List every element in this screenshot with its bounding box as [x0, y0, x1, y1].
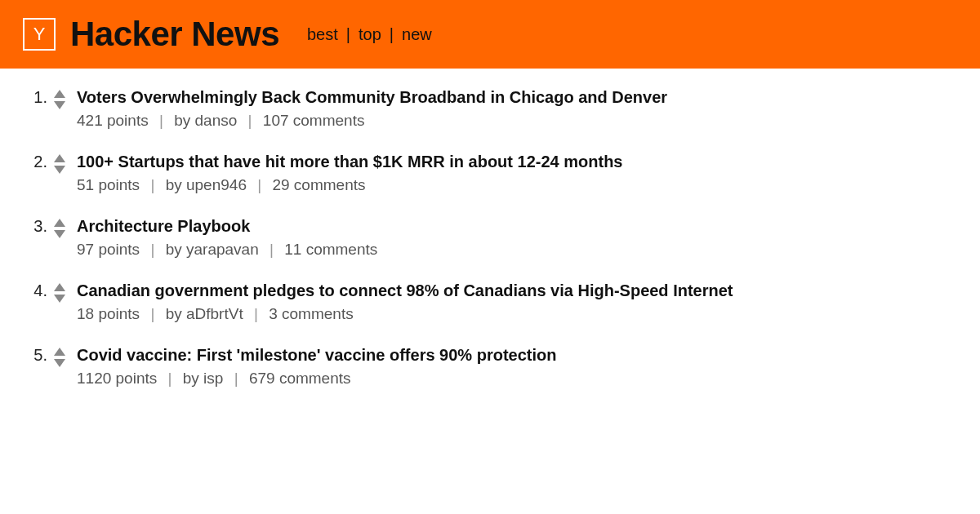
story-body: Canadian government pledges to connect 9… — [72, 280, 965, 323]
nav-link-new[interactable]: new — [399, 25, 435, 44]
story-body: Covid vaccine: First 'milestone' vaccine… — [72, 344, 965, 388]
story-meta: 421 points | by danso | 107 comments — [77, 112, 965, 130]
vote-controls — [47, 280, 72, 303]
nav-link-top[interactable]: top — [355, 25, 385, 44]
story-title-link[interactable]: Voters Overwhelmingly Back Community Bro… — [77, 86, 965, 109]
story-meta: 1120 points | by isp | 679 comments — [77, 370, 965, 388]
upvote-icon[interactable] — [54, 283, 65, 291]
story-body: Voters Overwhelmingly Back Community Bro… — [72, 86, 965, 130]
story-rank: 3. — [15, 215, 47, 236]
meta-separator: | — [144, 241, 161, 258]
meta-separator: | — [153, 112, 170, 129]
story-points[interactable]: 97 points — [77, 241, 140, 258]
nav-links: best | top | new — [304, 25, 435, 44]
vote-controls — [47, 151, 72, 174]
meta-separator: | — [144, 305, 161, 322]
by-label: by — [166, 241, 186, 258]
story-meta: 97 points | by yarapavan | 11 comments — [77, 241, 965, 259]
by-label: by — [174, 112, 194, 129]
story-author-link[interactable]: aDfbrtVt — [186, 305, 243, 322]
story-comments-link[interactable]: 11 comments — [284, 241, 377, 258]
upvote-icon[interactable] — [54, 219, 65, 227]
vote-controls — [47, 215, 72, 238]
story-author-link[interactable]: isp — [203, 370, 223, 387]
nav-separator: | — [341, 25, 355, 44]
story-author-link[interactable]: danso — [195, 112, 238, 129]
header: Y Hacker News best | top | new — [0, 0, 980, 69]
story-row: 4. Canadian government pledges to connec… — [15, 280, 965, 323]
story-row: 2. 100+ Startups that have hit more than… — [15, 151, 965, 194]
story-row: 1. Voters Overwhelmingly Back Community … — [15, 86, 965, 130]
by-label: by — [166, 176, 186, 193]
meta-separator: | — [263, 241, 280, 258]
story-comments-link[interactable]: 29 comments — [272, 176, 365, 193]
story-body: 100+ Startups that have hit more than $1… — [72, 151, 965, 194]
story-title-link[interactable]: 100+ Startups that have hit more than $1… — [77, 151, 965, 173]
story-comments-link[interactable]: 107 comments — [263, 112, 365, 129]
story-rank: 2. — [15, 151, 47, 171]
upvote-icon[interactable] — [54, 90, 65, 98]
nav-link-best[interactable]: best — [304, 25, 341, 44]
story-body: Architecture Playbook 97 points | by yar… — [72, 215, 965, 259]
meta-separator: | — [162, 370, 179, 387]
story-title-link[interactable]: Architecture Playbook — [77, 215, 965, 237]
by-label: by — [183, 370, 203, 387]
site-title[interactable]: Hacker News — [70, 15, 279, 54]
meta-separator: | — [144, 176, 161, 193]
story-comments-link[interactable]: 3 comments — [269, 305, 353, 322]
downvote-icon[interactable] — [54, 359, 65, 367]
meta-separator: | — [242, 112, 259, 129]
story-meta: 51 points | by upen946 | 29 comments — [77, 176, 965, 194]
downvote-icon[interactable] — [54, 101, 65, 109]
story-title-link[interactable]: Covid vaccine: First 'milestone' vaccine… — [77, 344, 965, 366]
meta-separator: | — [247, 305, 265, 322]
vote-controls — [47, 86, 72, 109]
vote-controls — [47, 344, 72, 367]
story-points[interactable]: 421 points — [77, 112, 149, 129]
story-points[interactable]: 51 points — [77, 176, 140, 193]
nav-separator: | — [385, 25, 399, 44]
story-list: 1. Voters Overwhelmingly Back Community … — [0, 69, 980, 388]
story-rank: 4. — [15, 280, 47, 300]
story-row: 5. Covid vaccine: First 'milestone' vacc… — [15, 344, 965, 388]
upvote-icon[interactable] — [54, 348, 65, 356]
meta-separator: | — [251, 176, 268, 193]
story-comments-link[interactable]: 679 comments — [249, 370, 351, 387]
story-author-link[interactable]: yarapavan — [186, 241, 259, 258]
story-points[interactable]: 18 points — [77, 305, 140, 322]
upvote-icon[interactable] — [54, 154, 65, 162]
story-row: 3. Architecture Playbook 97 points | by … — [15, 215, 965, 259]
story-author-link[interactable]: upen946 — [186, 176, 247, 193]
by-label: by — [166, 305, 186, 322]
yc-logo[interactable]: Y — [23, 18, 56, 51]
downvote-icon[interactable] — [54, 166, 65, 174]
story-points[interactable]: 1120 points — [77, 370, 157, 387]
downvote-icon[interactable] — [54, 230, 65, 238]
story-title-link[interactable]: Canadian government pledges to connect 9… — [77, 280, 965, 302]
story-rank: 1. — [15, 86, 47, 107]
downvote-icon[interactable] — [54, 295, 65, 303]
yc-logo-letter: Y — [33, 24, 46, 45]
story-meta: 18 points | by aDfbrtVt | 3 comments — [77, 305, 965, 323]
meta-separator: | — [228, 370, 245, 387]
story-rank: 5. — [15, 344, 47, 365]
